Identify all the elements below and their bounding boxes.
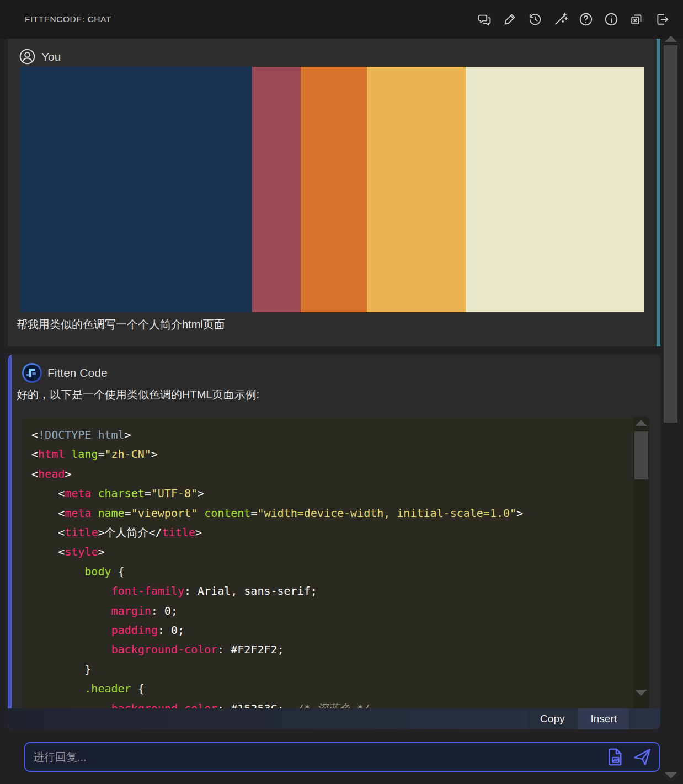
user-message-text: 帮我用类似的色调写一个个人简介html页面 <box>17 317 225 332</box>
assistant-intro-text: 好的，以下是一个使用类似色调的HTML页面示例: <box>17 387 259 402</box>
magic-wand-icon[interactable] <box>551 10 569 29</box>
code-line: padding: 0; <box>31 621 627 640</box>
code-line: <head> <box>31 465 627 484</box>
comment-discussion-icon[interactable] <box>475 10 493 29</box>
assistant-author-row: Fitten Code <box>22 363 660 383</box>
edit-icon[interactable] <box>500 10 519 29</box>
send-icon[interactable] <box>631 745 653 769</box>
code-action-bar: Copy Insert <box>8 708 660 729</box>
code-line: <meta charset="UTF-8"> <box>31 484 627 503</box>
code-scroll-down-icon[interactable] <box>635 690 647 696</box>
code-line: background-color: #F2F2F2; <box>31 640 627 659</box>
user-author-row: You <box>19 48 657 65</box>
code-line: <style> <box>31 542 627 562</box>
panel-title: FITTENCODE: CHAT <box>25 14 111 24</box>
panel-titlebar: FITTENCODE: CHAT <box>0 0 683 39</box>
reply-composer <box>24 742 660 772</box>
palette-swatch <box>301 67 367 312</box>
info-icon[interactable] <box>602 10 620 29</box>
code-content: <!DOCTYPE html><html lang="zh-CN"><head>… <box>22 417 649 708</box>
copy-button[interactable]: Copy <box>528 708 577 729</box>
code-block: <!DOCTYPE html><html lang="zh-CN"><head>… <box>22 417 649 708</box>
panel-scroll-down-icon[interactable] <box>665 772 677 778</box>
assistant-author-name: Fitten Code <box>47 366 108 380</box>
history-icon[interactable] <box>526 10 544 29</box>
code-line: margin: 0; <box>31 601 627 621</box>
code-line: .header { <box>31 679 627 698</box>
palette-swatch <box>252 67 301 312</box>
code-line: <html lang="zh-CN"> <box>31 445 627 464</box>
code-line: <!DOCTYPE html> <box>31 425 627 445</box>
code-scroll-up-icon[interactable] <box>635 420 647 426</box>
code-line: font-family: Arial, sans-serif; <box>31 582 627 601</box>
titlebar-actions <box>475 0 671 39</box>
close-all-icon[interactable] <box>627 10 645 29</box>
assistant-message: Fitten Code 好的，以下是一个使用类似色调的HTML页面示例: <!D… <box>8 354 660 729</box>
palette-swatch <box>367 67 466 312</box>
palette-swatch <box>466 67 644 312</box>
attach-image-icon[interactable] <box>604 745 626 769</box>
fitten-logo-icon <box>22 363 42 383</box>
user-author-name: You <box>41 50 61 63</box>
code-line: background-color: #15253C; /* 深蓝色 */ <box>31 699 627 708</box>
account-icon <box>19 48 36 65</box>
panel-scroll-up-icon[interactable] <box>665 36 677 42</box>
assistant-accent-bar <box>8 354 12 729</box>
panel-scrollbar-thumb[interactable] <box>664 45 677 423</box>
user-message: You 帮我用类似的色调写一个个人简介html页面 <box>8 39 660 346</box>
code-line: body { <box>31 562 627 582</box>
code-line: <meta name="viewport" content="width=dev… <box>31 504 627 523</box>
code-line: <title>个人简介</title> <box>31 523 627 542</box>
composer-actions <box>604 745 659 769</box>
question-icon[interactable] <box>577 10 595 29</box>
insert-button[interactable]: Insert <box>578 708 629 729</box>
code-scrollbar-thumb[interactable] <box>634 431 648 479</box>
reply-input[interactable] <box>25 743 604 771</box>
code-line: } <box>31 660 627 679</box>
sign-out-icon[interactable] <box>653 10 671 29</box>
palette-image <box>20 67 644 312</box>
palette-swatch <box>20 67 252 312</box>
